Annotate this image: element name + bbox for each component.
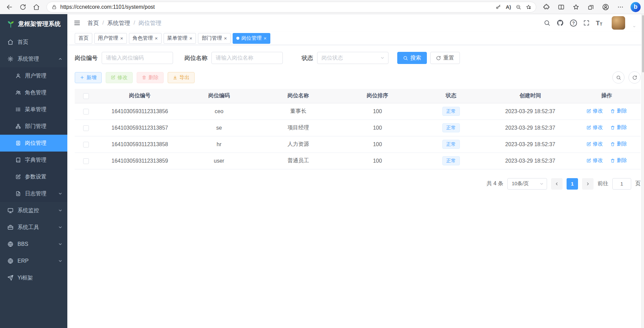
header-search-icon[interactable] <box>544 20 550 26</box>
sidebar-item-parameter-settings[interactable]: 参数设置 <box>0 168 67 185</box>
sidebar-item-role-management[interactable]: 角色管理 <box>0 84 67 101</box>
row-checkbox[interactable] <box>83 142 89 147</box>
table-row[interactable]: 1641030593112313859 user 普通员工 100 正常 202… <box>75 153 641 169</box>
browser-profile-button[interactable] <box>600 1 612 13</box>
page-scrollbar[interactable] <box>641 14 644 328</box>
avatar[interactable] <box>612 16 625 30</box>
browser-back-button[interactable] <box>3 1 15 13</box>
export-button[interactable]: 导出 <box>168 72 195 83</box>
tab-department-management[interactable]: 部门管理 × <box>198 33 231 44</box>
row-edit-link[interactable]: 修改 <box>586 124 603 131</box>
sidebar-item-system-tools[interactable]: 系统工具 <box>0 219 67 236</box>
password-key-icon[interactable] <box>496 4 501 10</box>
system-management-submenu: 用户管理 角色管理 菜单管理 部门管理 岗位管理 字典管理 <box>0 67 67 202</box>
tab-user-management[interactable]: 用户管理 × <box>94 33 127 44</box>
add-favorite-star-icon[interactable] <box>526 4 531 10</box>
scrollbar-thumb[interactable] <box>642 15 644 72</box>
row-delete-link[interactable]: 删除 <box>610 108 627 114</box>
tab-menu-management[interactable]: 菜单管理 × <box>164 33 196 44</box>
sidebar-item-system-monitoring[interactable]: 系统监控 <box>0 202 67 219</box>
address-bar[interactable]: https://ccnetcore.com:1101/system/post A… <box>46 2 536 12</box>
tab-post-management[interactable]: 岗位管理 × <box>233 33 270 44</box>
prev-page-button[interactable] <box>551 178 563 190</box>
sidebar-item-system-management[interactable]: 系统管理 <box>0 51 67 67</box>
sidebar-item-menu-management[interactable]: 菜单管理 <box>0 101 67 118</box>
url-text[interactable]: https://ccnetcore.com:1101/system/post <box>60 4 492 10</box>
sidebar-item-user-management[interactable]: 用户管理 <box>0 67 67 84</box>
row-delete-link[interactable]: 删除 <box>610 157 627 164</box>
table-row[interactable]: 1641030593112313858 hr 人力资源 100 正常 2023-… <box>75 136 641 153</box>
close-icon[interactable]: × <box>190 36 193 41</box>
table-row[interactable]: 1641030593112313856 ceo 董事长 100 正常 2023-… <box>75 103 641 120</box>
refresh-table-button[interactable] <box>629 71 641 84</box>
sidebar-item-home[interactable]: 首页 <box>0 34 67 51</box>
trash-icon <box>610 158 615 163</box>
trash-icon <box>142 75 146 80</box>
row-checkbox[interactable] <box>83 158 89 164</box>
sidebar-toggle-button[interactable] <box>73 19 81 27</box>
select-all-checkbox[interactable] <box>83 93 89 99</box>
reset-button[interactable]: 重置 <box>430 52 460 64</box>
row-checkbox[interactable] <box>83 125 89 131</box>
sidebar-item-log-management[interactable]: 日志管理 <box>0 185 67 202</box>
edit-button[interactable]: 修改 <box>106 72 133 83</box>
row-delete-link[interactable]: 删除 <box>610 124 627 131</box>
table-row[interactable]: 1641030593112313857 se 项目经理 100 正常 2023-… <box>75 120 641 136</box>
close-icon[interactable]: × <box>224 36 227 41</box>
sidebar-item-bbs[interactable]: BBS <box>0 236 67 253</box>
read-aloud-icon[interactable]: A) <box>506 4 511 10</box>
post-code-input[interactable] <box>102 52 173 64</box>
close-icon[interactable]: × <box>155 36 158 41</box>
tab-home[interactable]: 首页 <box>75 33 92 44</box>
toggle-search-button[interactable] <box>612 71 624 84</box>
cell-post-sort: 100 <box>341 136 414 153</box>
help-icon[interactable]: ? <box>570 20 577 27</box>
tab-role-management[interactable]: 角色管理 × <box>129 33 162 44</box>
status-select[interactable]: 岗位状态 <box>317 52 388 64</box>
split-screen-icon <box>558 4 565 10</box>
fullscreen-icon[interactable] <box>583 20 590 26</box>
sidebar-item-yi-framework[interactable]: Yi框架 <box>0 269 67 286</box>
page-size-select[interactable]: 10条/页 <box>507 178 547 190</box>
collections-button[interactable] <box>585 1 597 13</box>
add-button[interactable]: 新增 <box>75 72 102 83</box>
row-edit-link[interactable]: 修改 <box>586 141 603 147</box>
site-info-lock-icon[interactable] <box>52 4 57 10</box>
delete-button[interactable]: 删除 <box>137 72 164 83</box>
close-icon[interactable]: × <box>120 36 123 41</box>
avatar-caret-down-icon[interactable] <box>632 25 637 30</box>
sidebar-item-department-management[interactable]: 部门管理 <box>0 118 67 135</box>
bing-sidebar-button[interactable]: b <box>631 2 641 12</box>
favorites-button[interactable] <box>570 1 582 13</box>
split-screen-button[interactable] <box>555 1 567 13</box>
zoom-out-icon[interactable] <box>516 4 521 10</box>
page-number-button[interactable]: 1 <box>567 178 578 190</box>
row-edit-link[interactable]: 修改 <box>586 108 603 114</box>
browser-refresh-button[interactable] <box>17 1 29 13</box>
chevron-left-icon <box>554 182 559 186</box>
row-edit-link[interactable]: 修改 <box>586 157 603 164</box>
goto-page-input[interactable] <box>612 178 631 190</box>
row-delete-link[interactable]: 删除 <box>610 141 627 147</box>
sidebar-item-dictionary-management[interactable]: 字典管理 <box>0 152 67 168</box>
user-icon <box>15 73 21 78</box>
browser-home-button[interactable] <box>30 1 42 13</box>
search-icon <box>616 75 621 80</box>
post-name-input[interactable] <box>211 52 283 64</box>
sidebar-item-post-management[interactable]: 岗位管理 <box>0 135 67 152</box>
toolbox-icon <box>7 224 13 230</box>
search-button[interactable]: 搜索 <box>397 52 427 64</box>
breadcrumb-system[interactable]: 系统管理 <box>107 19 130 27</box>
breadcrumb-home[interactable]: 首页 <box>88 19 99 27</box>
close-icon[interactable]: × <box>264 36 267 41</box>
sidebar-item-erp[interactable]: ERP <box>0 253 67 269</box>
extensions-button[interactable] <box>540 1 552 13</box>
users-icon <box>15 90 21 95</box>
sidebar-item-label: BBS <box>18 241 28 247</box>
github-icon[interactable] <box>556 19 564 27</box>
next-page-button[interactable] <box>582 178 594 190</box>
font-size-icon[interactable]: TT <box>596 20 602 26</box>
browser-settings-button[interactable] <box>614 1 626 13</box>
row-checkbox[interactable] <box>83 109 89 114</box>
sidebar-item-label: 参数设置 <box>25 173 46 181</box>
